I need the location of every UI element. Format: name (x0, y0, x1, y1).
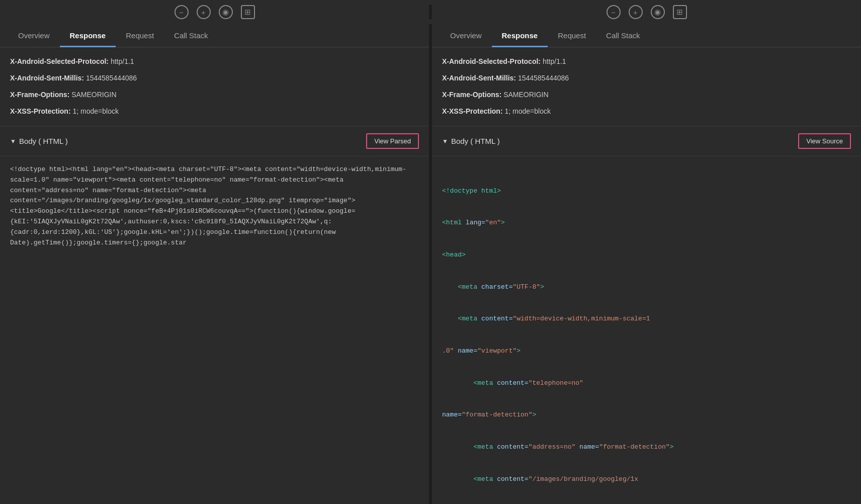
right-panel: Overview Response Request Call Stack X-A… (432, 24, 861, 504)
header-val-1-left: 1544585444086 (86, 74, 137, 82)
header-val-3-left: 1; mode=block (72, 107, 118, 115)
maximize-icon-left[interactable]: + (197, 5, 211, 19)
right-body-title: ▼ Body ( HTML ) (442, 137, 500, 145)
header-key-1-right: X-Android-Sent-Millis: (442, 74, 516, 82)
tab-request-left[interactable]: Request (116, 24, 164, 47)
right-window-controls: − + ◉ ⊞ (432, 5, 861, 19)
header-row-3-right: X-XSS-Protection: 1; mode=block (442, 103, 851, 120)
left-window-controls: − + ◉ ⊞ (0, 5, 429, 19)
maximize-icon-right[interactable]: + (629, 5, 643, 19)
header-val-0-left: http/1.1 (111, 57, 134, 65)
tab-overview-left[interactable]: Overview (8, 24, 60, 47)
header-key-2-right: X-Frame-Options: (442, 91, 501, 99)
record-icon-left[interactable]: ◉ (219, 5, 233, 19)
src-line-2: <head> (442, 249, 851, 261)
header-key-3-left: X-XSS-Protection: (10, 107, 71, 115)
header-row-0-left: X-Android-Selected-Protocol: http/1.1 (10, 53, 419, 70)
tab-response-right[interactable]: Response (492, 24, 548, 47)
header-key-0-left: X-Android-Selected-Protocol: (10, 57, 109, 65)
right-body-content: <!doctype html> <html lang="en"> <head> … (432, 156, 861, 504)
header-row-1-left: X-Android-Sent-Millis: 1544585444086 (10, 70, 419, 87)
layout-icon-left[interactable]: ⊞ (241, 5, 255, 19)
header-val-1-right: 1544585444086 (518, 74, 569, 82)
layout-icon-right[interactable]: ⊞ (673, 5, 687, 19)
header-row-2-right: X-Frame-Options: SAMEORIGIN (442, 87, 851, 103)
src-line-0: <!doctype html> (442, 186, 851, 197)
tab-response-left[interactable]: Response (60, 24, 116, 47)
minimize-icon-right[interactable]: − (607, 5, 621, 19)
header-row-2-left: X-Frame-Options: SAMEORIGIN (10, 87, 419, 103)
header-row-1-right: X-Android-Sent-Millis: 1544585444086 (442, 70, 851, 87)
left-panel-content: X-Android-Selected-Protocol: http/1.1 X-… (0, 47, 429, 504)
header-row-3-left: X-XSS-Protection: 1; mode=block (10, 103, 419, 120)
minimize-icon-left[interactable]: − (175, 5, 189, 19)
header-key-2-left: X-Frame-Options: (10, 91, 69, 99)
src-line-1: <html lang="en"> (442, 217, 851, 228)
triangle-icon-right: ▼ (442, 138, 448, 145)
left-headers: X-Android-Selected-Protocol: http/1.1 X-… (0, 47, 429, 126)
right-panel-content: X-Android-Selected-Protocol: http/1.1 X-… (432, 47, 861, 504)
left-body-title-text: Body ( HTML ) (19, 137, 68, 145)
left-body-section: ▼ Body ( HTML ) View Parsed <!doctype ht… (0, 126, 429, 256)
right-body-section: ▼ Body ( HTML ) View Source <!doctype ht… (432, 126, 861, 504)
right-headers: X-Android-Selected-Protocol: http/1.1 X-… (432, 47, 861, 126)
right-body-header: ▼ Body ( HTML ) View Source (432, 126, 861, 156)
header-val-0-right: http/1.1 (543, 57, 566, 65)
left-panel: Overview Response Request Call Stack X-A… (0, 24, 429, 504)
header-val-2-left: SAMEORIGIN (71, 91, 116, 99)
left-body-title: ▼ Body ( HTML ) (10, 137, 68, 145)
src-line-5: <meta content="telephone=no" (442, 378, 851, 389)
left-tab-bar: Overview Response Request Call Stack (0, 24, 429, 47)
src-line-6: <meta content="address=no" name="format-… (442, 442, 851, 453)
header-key-3-right: X-XSS-Protection: (442, 107, 503, 115)
src-line-4b: .0" name="viewport"> (442, 346, 851, 357)
header-key-1-left: X-Android-Sent-Millis: (10, 74, 84, 82)
left-body-header: ▼ Body ( HTML ) View Parsed (0, 126, 429, 156)
header-key-0-right: X-Android-Selected-Protocol: (442, 57, 541, 65)
record-icon-right[interactable]: ◉ (651, 5, 665, 19)
header-val-2-right: SAMEORIGIN (503, 91, 548, 99)
left-body-content: <!doctype html><html lang="en"><head><me… (0, 156, 429, 256)
triangle-icon-left: ▼ (10, 138, 16, 145)
tab-request-right[interactable]: Request (548, 24, 596, 47)
src-line-4: <meta content="width=device-width,minimu… (442, 313, 851, 324)
view-source-button[interactable]: View Source (798, 133, 851, 149)
header-val-3-right: 1; mode=block (504, 107, 550, 115)
tab-callstack-left[interactable]: Call Stack (164, 24, 218, 47)
src-line-3: <meta charset="UTF-8"> (442, 282, 851, 293)
view-parsed-button[interactable]: View Parsed (366, 133, 419, 149)
src-line-5b: name="format-detection"> (442, 409, 851, 421)
right-tab-bar: Overview Response Request Call Stack (432, 24, 861, 47)
right-body-title-text: Body ( HTML ) (451, 137, 500, 145)
src-line-7: <meta content="/images/branding/googleg/… (442, 474, 851, 485)
tab-callstack-right[interactable]: Call Stack (596, 24, 650, 47)
header-row-0-right: X-Android-Selected-Protocol: http/1.1 (442, 53, 851, 70)
tab-overview-right[interactable]: Overview (440, 24, 492, 47)
